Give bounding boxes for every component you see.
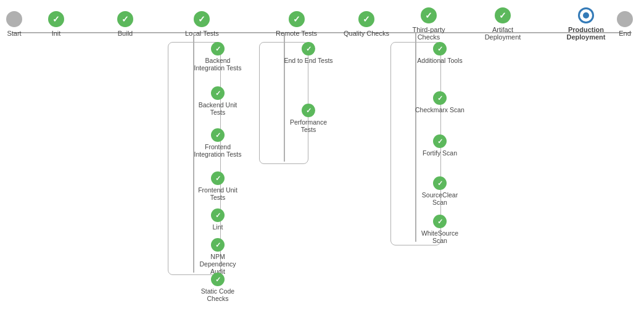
sub-item-frontend-unit: Frontend UnitTests [193,171,242,201]
remote-tests-label: Remote Tests [276,30,317,37]
npm-label: NPMDependencyAudit [193,253,242,275]
sub-item-e2e: End to End Tests [284,42,333,64]
sub-item-frontend-integration: FrontendIntegration Tests [193,128,242,158]
artifact-deploy-label: ArtifactDeployment [481,26,524,41]
node-artifact-deploy[interactable]: ArtifactDeployment [481,7,524,41]
quality-checks-circle [358,11,374,27]
local-tests-circle [194,11,210,27]
fortify-check [433,134,447,148]
third-party-circle [421,7,437,23]
main-pipeline-line [12,32,632,33]
local-tests-label: Local Tests [185,30,219,37]
node-prod-deploy[interactable]: ProductionDeployment [561,7,611,41]
backend-unit-check [211,86,225,100]
frontend-unit-check [211,171,225,185]
sub-item-static-code: Static CodeChecks [193,273,242,302]
additional-tools-label: Additional Tools [415,57,464,64]
lint-label: Lint [193,223,242,231]
node-remote-tests[interactable]: Remote Tests [276,11,317,37]
sub-item-checkmarx: Checkmarx Scan [415,91,464,113]
frontend-integration-label: FrontendIntegration Tests [193,143,242,158]
quality-checks-label: Quality Checks [344,30,389,37]
e2e-label: End to End Tests [284,57,333,64]
static-code-label: Static CodeChecks [193,287,242,302]
perf-check [302,104,315,117]
remote-tests-circle [289,11,305,27]
additional-tools-check [433,42,447,56]
sourceclear-check [433,176,447,190]
build-circle [117,11,133,27]
build-label: Build [118,30,133,37]
end-circle [617,11,633,27]
prod-deploy-inner [583,12,589,19]
checkmarx-check [433,91,447,105]
sub-item-perf: PerformanceTests [284,104,333,133]
sub-item-additional-tools: Additional Tools [415,42,464,64]
node-start[interactable]: Start [6,11,22,37]
e2e-check [302,42,315,56]
sub-item-npm: NPMDependencyAudit [193,238,242,275]
sub-item-whitesource: WhiteSourceScan [415,215,464,244]
start-circle [6,11,22,27]
third-party-label: Third-partyChecks [407,26,450,41]
node-build[interactable]: Build [117,11,133,37]
node-init[interactable]: Init [48,11,64,37]
prod-deploy-label: ProductionDeployment [561,26,611,41]
whitesource-label: WhiteSourceScan [415,229,464,244]
static-code-check [211,273,225,286]
prod-deploy-circle [578,7,594,23]
artifact-deploy-circle [495,7,511,23]
whitesource-check [433,215,447,228]
npm-check [211,238,225,252]
fortify-label: Fortify Scan [415,149,464,157]
backend-integration-check [211,42,225,56]
node-end[interactable]: End [617,11,633,37]
init-label: Init [52,30,61,37]
sub-item-backend-unit: Backend UnitTests [193,86,242,116]
sub-item-backend-integration: BackendIntegration Tests [193,42,242,72]
sub-item-lint: Lint [193,208,242,231]
sub-item-fortify: Fortify Scan [415,134,464,157]
start-label: Start [7,30,21,37]
frontend-unit-label: Frontend UnitTests [193,186,242,201]
perf-label: PerformanceTests [284,118,333,133]
init-circle [48,11,64,27]
node-quality-checks[interactable]: Quality Checks [344,11,389,37]
sourceclear-label: SourceClear Scan [415,191,464,206]
end-label: End [619,30,631,37]
node-third-party[interactable]: Third-partyChecks [407,7,450,41]
frontend-integration-check [211,128,225,142]
sub-item-sourceclear: SourceClear Scan [415,176,464,206]
pipeline-container: Start Init Build Local Tests BackendInte… [0,0,644,317]
checkmarx-label: Checkmarx Scan [415,106,464,113]
node-local-tests[interactable]: Local Tests [185,11,219,37]
backend-unit-label: Backend UnitTests [193,101,242,116]
lint-check [211,208,225,222]
backend-integration-label: BackendIntegration Tests [193,57,242,72]
